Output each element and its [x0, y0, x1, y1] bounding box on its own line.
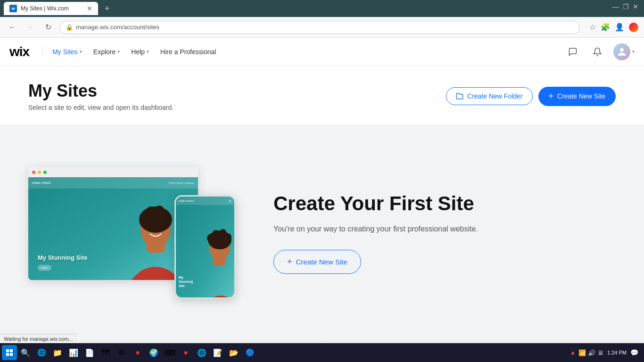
create-site-label: Create New Site: [557, 92, 605, 100]
account-icon[interactable]: [629, 23, 638, 32]
site-preview-illustration: DANIEL FOREST Home | About | Galleries M…: [28, 167, 236, 299]
help-chevron: ▾: [147, 49, 149, 54]
create-new-site-header-button[interactable]: + Create New Site: [538, 87, 616, 106]
nav-hire-professional[interactable]: Hire a Professional: [155, 44, 222, 59]
svg-point-8: [146, 206, 156, 216]
hero-plus-icon: +: [287, 257, 292, 267]
preview-mobile-site-name: DANIEL FOREST: [179, 200, 194, 202]
nav-right-section: ▾: [564, 43, 635, 60]
create-site-plus-icon: +: [549, 91, 554, 101]
create-folder-label: Create New Folder: [467, 92, 523, 100]
star-icon[interactable]: ☆: [589, 23, 596, 32]
svg-point-9: [155, 206, 164, 215]
taskbar-start-button[interactable]: [2, 345, 17, 360]
window-controls: — ❐ ✕: [612, 3, 638, 10]
dot-yellow: [38, 171, 41, 174]
preview-desktop-content: DANIEL FOREST Home | About | Galleries M…: [28, 177, 198, 280]
taskbar-edge-button[interactable]: 🌐: [34, 345, 49, 360]
nav-help[interactable]: Help ▾: [125, 44, 155, 59]
preview-desktop-bar: [28, 167, 198, 177]
svg-rect-21: [6, 353, 9, 356]
tab-close-button[interactable]: ✕: [87, 5, 92, 12]
taskbar-excel-button[interactable]: 📊: [66, 345, 81, 360]
preview-mobile-menu-icon: ≡: [229, 198, 231, 204]
create-new-folder-button[interactable]: Create New Folder: [446, 87, 533, 105]
notifications-button[interactable]: [589, 43, 606, 60]
preview-desktop-person-svg: [28, 177, 198, 280]
taskbar-right: 🔺 📶 🔊 🖥 1:24 PM 💬: [569, 349, 642, 356]
taskbar-app7-button[interactable]: 📝: [210, 345, 225, 360]
main-content: DANIEL FOREST Home | About | Galleries M…: [0, 124, 644, 341]
dot-green: [43, 171, 47, 174]
header-actions: Create New Folder + Create New Site: [446, 87, 616, 106]
create-new-site-hero-button[interactable]: + Create New Site: [273, 250, 361, 274]
taskbar-maps-button[interactable]: 🗺: [98, 345, 113, 360]
taskbar-sound-icon[interactable]: 🔊: [588, 349, 595, 356]
close-window-button[interactable]: ✕: [633, 3, 638, 10]
user-chevron: ▾: [632, 49, 635, 54]
taskbar-app4-button[interactable]: ⌨: [162, 345, 177, 360]
taskbar-explorer-button[interactable]: 📁: [50, 345, 65, 360]
taskbar-app2-button[interactable]: ●: [130, 345, 145, 360]
svg-rect-20: [10, 349, 13, 352]
taskbar-search-button[interactable]: 🔍: [18, 345, 33, 360]
taskbar-chrome-button[interactable]: 🔵: [242, 345, 257, 360]
taskbar-time[interactable]: 1:24 PM: [607, 350, 627, 355]
hero-cta-label: Create New Site: [296, 258, 347, 266]
taskbar-app3-button[interactable]: 🌍: [146, 345, 161, 360]
taskbar-notification-icon[interactable]: 💬: [630, 349, 638, 356]
svg-point-18: [220, 229, 226, 236]
preview-desktop-nav: DANIEL FOREST Home | About | Galleries: [28, 177, 198, 189]
taskbar-app8-button[interactable]: 📂: [226, 345, 241, 360]
browser-chrome: W My Sites | Wix.com ✕ + — ❐ ✕: [0, 0, 644, 17]
forward-button[interactable]: →: [24, 21, 37, 34]
new-tab-button[interactable]: +: [102, 4, 113, 14]
user-avatar-wrap[interactable]: ▾: [613, 43, 635, 60]
preview-mobile: DANIEL FOREST ≡ MyStunningSite: [174, 195, 236, 299]
my-sites-chevron: ▾: [80, 49, 82, 54]
taskbar-app1-button[interactable]: ⚙: [114, 345, 129, 360]
status-bar-text: Waiting for manage.wix.com...: [4, 336, 73, 342]
preview-mobile-site-title: MyStunningSite: [179, 275, 193, 288]
taskbar-sys-icons: 🔺 📶 🔊 🖥: [569, 349, 603, 356]
svg-rect-1: [28, 177, 198, 280]
back-button[interactable]: ←: [6, 21, 19, 34]
profile-icon[interactable]: 👤: [615, 23, 624, 32]
address-text: manage.wix.com/account/sites: [76, 24, 159, 31]
preview-desktop: DANIEL FOREST Home | About | Galleries M…: [28, 167, 198, 280]
taskbar-network-icon[interactable]: 📶: [578, 349, 586, 356]
taskbar: 🔍 🌐 📁 📊 📄 🗺 ⚙ ● 🌍 ⌨ ● 🌐 📝 📂 🔵 🔺 📶 🔊 🖥 1:…: [0, 343, 644, 362]
preview-site-name: DANIEL FOREST: [32, 181, 51, 184]
preview-desktop-nav-links: Home | About | Galleries: [169, 181, 194, 184]
tab-favicon: W: [9, 5, 17, 12]
browser-tab[interactable]: W My Sites | Wix.com ✕: [4, 2, 98, 15]
taskbar-app5-button[interactable]: ●: [178, 345, 193, 360]
cta-section: Create Your First Site You're on your wa…: [273, 192, 616, 273]
taskbar-app6-button[interactable]: 🌐: [194, 345, 209, 360]
nav-explore[interactable]: Explore ▾: [88, 44, 125, 59]
dot-red: [32, 171, 35, 174]
address-bar[interactable]: 🔒 manage.wix.com/account/sites: [59, 21, 580, 34]
refresh-button[interactable]: ↻: [41, 21, 55, 34]
wix-navbar: wix My Sites ▾ Explore ▾ Help ▾ Hire a P…: [0, 38, 644, 66]
preview-bg-image: DANIEL FOREST Home | About | Galleries M…: [28, 177, 198, 280]
nav-divider: [42, 46, 43, 58]
extensions-icon[interactable]: 🧩: [601, 23, 610, 32]
nav-my-sites[interactable]: My Sites ▾: [47, 44, 88, 59]
svg-rect-22: [10, 353, 13, 356]
explore-chevron: ▾: [117, 49, 120, 54]
chat-button[interactable]: [564, 43, 581, 60]
svg-rect-19: [6, 349, 9, 352]
taskbar-word-button[interactable]: 📄: [82, 345, 97, 360]
preview-desktop-site-title: My Stunning Site: [38, 254, 87, 261]
user-avatar: [613, 43, 630, 60]
taskbar-display-icon[interactable]: 🖥: [597, 349, 603, 356]
minimize-button[interactable]: —: [612, 3, 619, 10]
address-bar-row: ← → ↻ 🔒 manage.wix.com/account/sites ☆ 🧩…: [0, 17, 644, 38]
wix-logo[interactable]: wix: [9, 44, 29, 59]
tab-title: My Sites | Wix.com: [21, 5, 69, 12]
taskbar-up-icon[interactable]: 🔺: [569, 349, 577, 356]
preview-mobile-nav: DANIEL FOREST ≡: [176, 197, 234, 205]
cta-heading: Create Your First Site: [273, 192, 616, 215]
maximize-button[interactable]: ❐: [623, 3, 629, 10]
